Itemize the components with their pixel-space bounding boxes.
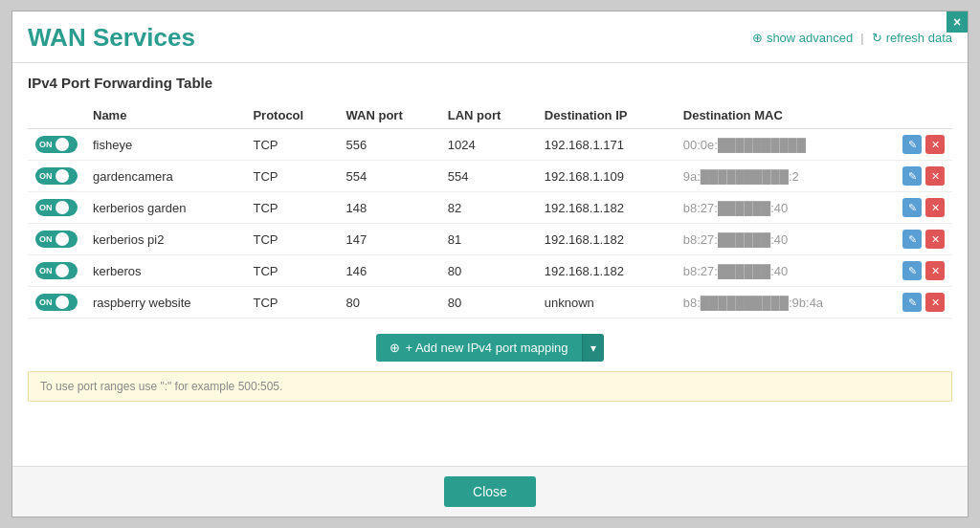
row-dest-ip: 192.168.1.171	[537, 129, 676, 161]
toggle-knob	[56, 296, 69, 309]
toggle-cell: ON	[28, 161, 85, 192]
add-ipv4-mapping-button[interactable]: ⊕ + Add new IPv4 port mapping	[376, 334, 581, 362]
chevron-down-icon: ▾	[590, 341, 596, 355]
row-protocol: TCP	[245, 129, 338, 161]
delete-button[interactable]: ✕	[925, 230, 945, 249]
row-name: kerberos	[85, 255, 245, 287]
row-dest-ip: 192.168.1.109	[537, 161, 676, 192]
toggle-label: ON	[39, 140, 53, 149]
row-dest-mac: b8:27:██████:40	[676, 255, 895, 287]
row-name: kerberios pi2	[85, 224, 245, 255]
table-row: ON fisheyeTCP5561024192.168.1.17100:0e:█…	[28, 129, 952, 161]
row-wan-port: 80	[339, 287, 440, 319]
edit-button[interactable]: ✎	[902, 198, 922, 217]
row-name: kerberios garden	[85, 192, 245, 224]
toggle-cell: ON	[28, 287, 85, 319]
add-mapping-section: ⊕ + Add new IPv4 port mapping ▾	[28, 334, 952, 362]
col-name: Name	[85, 102, 245, 129]
row-name: raspberry website	[85, 287, 245, 319]
row-dest-mac: b8:██████████:9b:4a	[676, 287, 895, 319]
table-row: ON gardencameraTCP554554192.168.1.1099a:…	[28, 161, 952, 192]
row-actions: ✎ ✕	[895, 192, 952, 224]
col-wan-port: WAN port	[339, 102, 440, 129]
row-dest-ip: 192.168.1.182	[537, 192, 676, 224]
plus-circle-icon: ⊕	[752, 31, 763, 45]
modal-close-x-button[interactable]: ×	[947, 11, 968, 33]
row-protocol: TCP	[245, 192, 338, 224]
row-dest-mac: 00:0e:██████████	[676, 129, 895, 161]
modal-footer: Close	[12, 466, 968, 517]
port-forwarding-table: Name Protocol WAN port LAN port Destinat…	[28, 102, 952, 319]
separator: |	[860, 31, 863, 45]
toggle-label: ON	[39, 266, 53, 275]
table-header: Name Protocol WAN port LAN port Destinat…	[28, 102, 952, 129]
row-actions: ✎ ✕	[895, 224, 952, 255]
col-lan-port: LAN port	[440, 102, 537, 129]
row-actions: ✎ ✕	[895, 161, 952, 192]
modal-header: WAN Services ⊕ show advanced | ↻ refresh…	[12, 11, 968, 63]
toggle-switch[interactable]: ON	[35, 262, 78, 279]
row-name: fisheye	[85, 129, 245, 161]
show-advanced-link[interactable]: ⊕ show advanced	[752, 31, 853, 45]
toggle-knob	[56, 201, 69, 214]
row-dest-ip: unknown	[537, 287, 676, 319]
info-box-text: To use port ranges use ":" for example 5…	[40, 380, 282, 393]
toggle-cell: ON	[28, 255, 85, 287]
delete-button[interactable]: ✕	[925, 166, 945, 186]
row-protocol: TCP	[245, 224, 338, 255]
row-actions: ✎ ✕	[895, 129, 952, 161]
row-lan-port: 1024	[440, 129, 537, 161]
row-protocol: TCP	[245, 255, 338, 287]
page-title: WAN Services	[28, 23, 195, 53]
row-dest-mac: b8:27:██████:40	[676, 224, 895, 255]
refresh-data-link[interactable]: ↻ refresh data	[872, 31, 952, 45]
header-actions: ⊕ show advanced | ↻ refresh data	[752, 31, 952, 45]
row-lan-port: 80	[440, 287, 537, 319]
edit-button[interactable]: ✎	[902, 230, 922, 249]
toggle-cell: ON	[28, 192, 85, 224]
row-wan-port: 148	[339, 192, 440, 224]
toggle-knob	[56, 138, 69, 151]
add-mapping-dropdown-button[interactable]: ▾	[582, 334, 604, 362]
edit-button[interactable]: ✎	[902, 261, 922, 280]
row-protocol: TCP	[245, 161, 338, 192]
toggle-label: ON	[39, 234, 53, 244]
add-plus-icon: ⊕	[390, 341, 400, 355]
toggle-cell: ON	[28, 129, 85, 161]
info-box: To use port ranges use ":" for example 5…	[28, 371, 952, 402]
table-row: ON kerberosTCP14680192.168.1.182b8:27:██…	[28, 255, 952, 287]
delete-button[interactable]: ✕	[925, 261, 945, 280]
toggle-label: ON	[39, 297, 53, 307]
edit-button[interactable]: ✎	[902, 293, 922, 312]
close-button[interactable]: Close	[444, 476, 536, 507]
col-dest-ip: Destination IP	[537, 102, 676, 129]
delete-button[interactable]: ✕	[925, 293, 945, 312]
toggle-label: ON	[39, 203, 53, 212]
toggle-switch[interactable]: ON	[35, 136, 78, 153]
modal-container: × WAN Services ⊕ show advanced | ↻ refre…	[11, 11, 969, 517]
row-dest-mac: b8:27:██████:40	[676, 192, 895, 224]
table-row: ON raspberry websiteTCP8080unknownb8:███…	[28, 287, 952, 319]
delete-button[interactable]: ✕	[925, 198, 945, 217]
toggle-knob	[56, 264, 69, 277]
row-dest-mac: 9a:██████████:2	[676, 161, 895, 192]
toggle-switch[interactable]: ON	[35, 231, 78, 248]
col-toggle	[28, 102, 85, 129]
toggle-switch[interactable]: ON	[35, 294, 78, 311]
delete-button[interactable]: ✕	[925, 135, 945, 154]
edit-button[interactable]: ✎	[902, 166, 922, 186]
toggle-knob	[56, 232, 69, 246]
row-wan-port: 147	[339, 224, 440, 255]
row-wan-port: 554	[339, 161, 440, 192]
col-dest-mac: Destination MAC	[676, 102, 895, 129]
refresh-icon: ↻	[872, 31, 882, 45]
row-actions: ✎ ✕	[895, 287, 952, 319]
toggle-switch[interactable]: ON	[35, 167, 78, 185]
row-wan-port: 146	[339, 255, 440, 287]
row-name: gardencamera	[85, 161, 245, 192]
toggle-switch[interactable]: ON	[35, 199, 78, 216]
table-row: ON kerberios pi2TCP14781192.168.1.182b8:…	[28, 224, 952, 255]
table-row: ON kerberios gardenTCP14882192.168.1.182…	[28, 192, 952, 224]
edit-button[interactable]: ✎	[902, 135, 922, 154]
row-dest-ip: 192.168.1.182	[537, 224, 676, 255]
